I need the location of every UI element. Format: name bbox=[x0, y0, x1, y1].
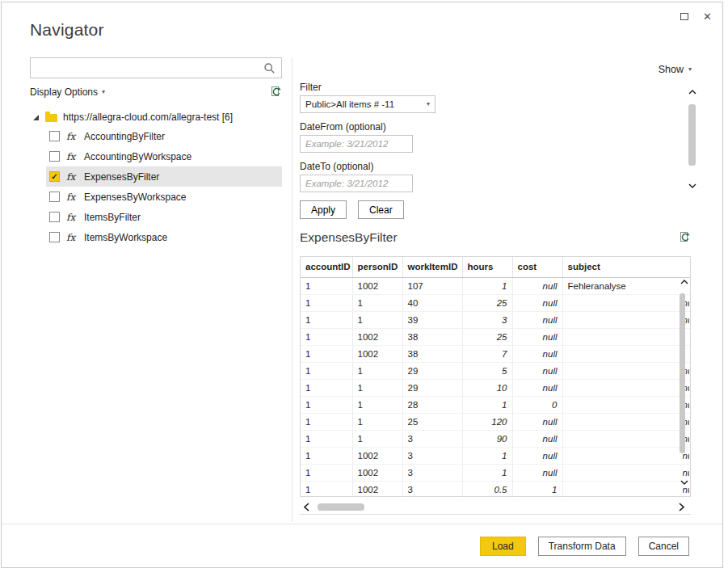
scroll-down-icon[interactable] bbox=[688, 183, 696, 188]
table-cell: 3 bbox=[402, 447, 462, 464]
checkbox-unchecked[interactable] bbox=[49, 192, 60, 202]
date-to-input[interactable] bbox=[300, 175, 413, 192]
refresh-icon[interactable] bbox=[269, 86, 282, 99]
preview-title: ExpensesByFilter bbox=[300, 230, 398, 245]
table-cell: 5 bbox=[462, 362, 512, 379]
checkbox-unchecked[interactable] bbox=[49, 151, 60, 162]
close-icon[interactable]: ✕ bbox=[703, 11, 712, 22]
table-cell: null bbox=[562, 481, 690, 497]
show-dropdown[interactable]: Show ▾ bbox=[659, 64, 692, 75]
tree-item-label: ItemsByWorkspace bbox=[84, 232, 167, 243]
scroll-left-icon[interactable] bbox=[304, 503, 309, 512]
table-horizontal-scrollbar[interactable] bbox=[300, 500, 691, 515]
table-cell: 0 bbox=[512, 396, 562, 413]
table-cell: 28 bbox=[402, 396, 462, 413]
window-controls: ✕ bbox=[680, 11, 712, 22]
table-cell: 1 bbox=[301, 345, 352, 362]
display-options-dropdown[interactable]: Display Options ▾ bbox=[30, 86, 105, 98]
checkbox-unchecked[interactable] bbox=[49, 232, 60, 242]
table-row: 1100231nullnull bbox=[301, 464, 690, 481]
table-cell: null bbox=[512, 294, 562, 311]
cancel-button[interactable]: Cancel bbox=[638, 537, 689, 556]
tree-item-label: AccountingByFilter bbox=[84, 131, 165, 142]
table-vertical-scrollbar[interactable] bbox=[679, 277, 690, 497]
table-cell: null bbox=[512, 345, 562, 362]
tree-item-accountingbyworkspace[interactable]: fxAccountingByWorkspace bbox=[46, 146, 282, 166]
scroll-up-icon[interactable] bbox=[680, 280, 688, 284]
maximize-icon[interactable] bbox=[680, 13, 688, 20]
table-cell: null bbox=[512, 447, 562, 464]
footer-buttons: Load Transform Data Cancel bbox=[480, 537, 689, 556]
table-cell: null bbox=[512, 277, 562, 294]
tree-item-itemsbyfilter[interactable]: fxItemsByFilter bbox=[46, 207, 282, 227]
table-cell: 1 bbox=[352, 430, 402, 447]
tree-item-expensesbyworkspace[interactable]: fxExpensesByWorkspace bbox=[46, 187, 282, 207]
table-cell: null bbox=[512, 430, 562, 447]
apply-button[interactable]: Apply bbox=[300, 200, 347, 219]
refresh-icon[interactable] bbox=[678, 231, 691, 244]
table-cell: 1 bbox=[352, 294, 402, 311]
fx-icon: fx bbox=[66, 171, 78, 183]
preview-table: accountIDpersonIDworkItemIDhourscostsubj… bbox=[301, 257, 691, 497]
table-cell: 1 bbox=[301, 396, 352, 413]
filter-label: Filter bbox=[300, 82, 461, 93]
table-cell: 1 bbox=[301, 430, 352, 447]
date-from-input[interactable] bbox=[300, 135, 413, 153]
tree-item-label: ExpensesByWorkspace bbox=[84, 192, 187, 203]
scrollbar-thumb[interactable] bbox=[688, 104, 696, 166]
table-row: 1100231nullnull bbox=[301, 447, 690, 464]
table-cell: 1 bbox=[301, 294, 352, 311]
expander-icon[interactable] bbox=[32, 114, 40, 121]
show-label: Show bbox=[659, 64, 684, 75]
table-cell: null bbox=[512, 413, 562, 430]
panel-scrollbar[interactable] bbox=[687, 90, 698, 188]
clear-button[interactable]: Clear bbox=[358, 200, 404, 219]
table-cell: 1 bbox=[352, 413, 402, 430]
table-cell: null bbox=[562, 362, 690, 379]
table-cell bbox=[562, 328, 690, 345]
checkbox-checked[interactable]: ✓ bbox=[49, 171, 60, 182]
tree-item-label: ItemsByFilter bbox=[84, 212, 141, 223]
date-from-label: DateFrom (optional) bbox=[300, 121, 461, 133]
table-cell: 120 bbox=[462, 413, 512, 430]
table-cell: 38 bbox=[402, 328, 462, 345]
preview-header-row: accountIDpersonIDworkItemIDhourscostsubj… bbox=[301, 257, 690, 277]
load-button[interactable]: Load bbox=[480, 537, 526, 556]
table-cell: null bbox=[562, 447, 690, 464]
tree-root[interactable]: https://allegra-cloud.com/allegra-test [… bbox=[32, 108, 282, 126]
table-cell: 3 bbox=[402, 481, 462, 497]
table-cell: null bbox=[562, 396, 690, 413]
table-cell: 1 bbox=[301, 328, 352, 345]
column-header-workItemID: workItemID bbox=[402, 257, 462, 277]
filter-select[interactable]: Public>All items # -11 ▾ bbox=[300, 95, 436, 113]
search-input[interactable] bbox=[36, 61, 263, 74]
table-cell: 1 bbox=[352, 311, 402, 328]
table-cell: 3 bbox=[462, 311, 512, 328]
table-cell: null bbox=[512, 379, 562, 396]
scroll-right-icon[interactable] bbox=[679, 503, 684, 512]
column-header-personID: personID bbox=[352, 257, 402, 277]
tree-item-expensesbyfilter[interactable]: ✓fxExpensesByFilter bbox=[46, 166, 282, 187]
tree-item-itemsbyworkspace[interactable]: fxItemsByWorkspace bbox=[46, 227, 282, 247]
table-cell: 39 bbox=[402, 311, 462, 328]
checkbox-unchecked[interactable] bbox=[49, 131, 60, 141]
tree-item-accountingbyfilter[interactable]: fxAccountingByFilter bbox=[46, 126, 282, 146]
scrollbar-thumb[interactable] bbox=[680, 293, 685, 453]
table-row: 114025nullnull bbox=[301, 294, 690, 311]
scroll-down-icon[interactable] bbox=[680, 480, 688, 485]
table-row: 11002387null bbox=[301, 345, 690, 362]
transform-data-button[interactable]: Transform Data bbox=[538, 537, 626, 556]
table-cell: null bbox=[562, 294, 690, 311]
table-cell: 29 bbox=[402, 379, 462, 396]
table-cell: 1 bbox=[462, 277, 512, 294]
fx-icon: fx bbox=[66, 131, 78, 142]
table-cell: 3 bbox=[402, 464, 462, 481]
table-cell: 1 bbox=[462, 447, 512, 464]
table-cell: 38 bbox=[402, 345, 462, 362]
scroll-up-icon[interactable] bbox=[688, 90, 696, 95]
table-cell: null bbox=[512, 464, 562, 481]
search-box[interactable] bbox=[30, 57, 282, 78]
scrollbar-thumb[interactable] bbox=[318, 503, 364, 511]
checkbox-unchecked[interactable] bbox=[49, 212, 60, 222]
footer-divider bbox=[2, 524, 722, 524]
